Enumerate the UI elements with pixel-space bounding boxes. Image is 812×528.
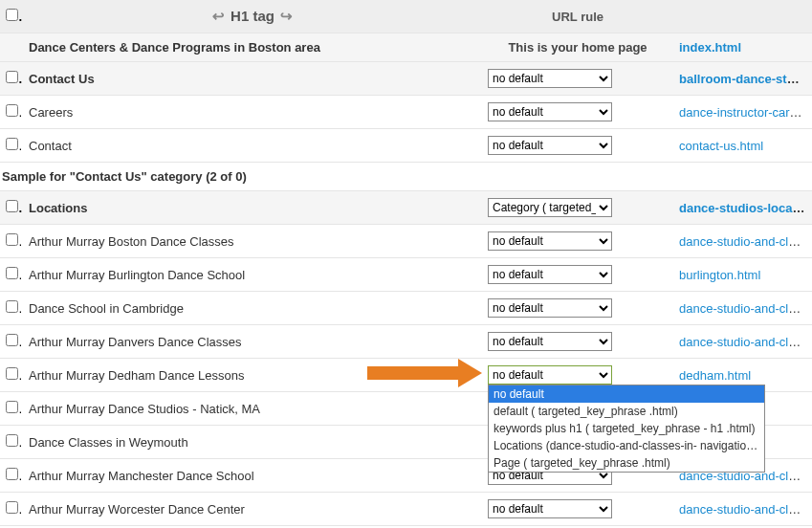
- url-link[interactable]: dance-studio-and-classes-in-worcester: [679, 502, 812, 517]
- page-title: Dance Classes in Weymouth: [29, 435, 188, 450]
- url-link[interactable]: ballroom-dance-studios-in-boston: [679, 72, 812, 86]
- url-rule-select[interactable]: no default: [488, 332, 612, 351]
- undo-icon[interactable]: ↩: [212, 8, 225, 24]
- dropdown-option[interactable]: default ( targeted_key_phrase .html): [489, 403, 764, 420]
- row-checkbox[interactable]: [6, 401, 18, 413]
- row-checkbox[interactable]: [6, 9, 18, 21]
- row-checkbox[interactable]: [6, 104, 18, 117]
- dropdown-option[interactable]: Locations (dance-studio-and-classes-in- …: [489, 437, 764, 454]
- url-rule-select[interactable]: no default: [488, 231, 612, 251]
- row-checkbox[interactable]: [6, 267, 18, 279]
- row-checkbox[interactable]: [6, 468, 18, 480]
- url-rule-select[interactable]: Category ( targeted_key_phrase .html): [488, 198, 612, 217]
- url-rule-select[interactable]: no default: [488, 365, 612, 385]
- url-rule-select[interactable]: no default: [488, 298, 612, 318]
- row-checkbox[interactable]: [6, 367, 18, 380]
- page-title: Dance School in Cambridge: [29, 301, 184, 316]
- pointer-arrow: [367, 359, 482, 387]
- row-checkbox[interactable]: [6, 233, 18, 246]
- url-link[interactable]: dedham.html: [679, 368, 751, 383]
- url-link[interactable]: dance-studio-and-classes-in-danvers: [679, 335, 812, 349]
- row-checkbox[interactable]: [6, 334, 18, 346]
- column-header-rule: URL rule: [552, 10, 604, 24]
- sample-label: Sample for "Contact Us" category (2 of 0…: [2, 169, 247, 184]
- dropdown-option[interactable]: no default: [489, 385, 764, 403]
- page-title: Arthur Murray Burlington Dance School: [29, 268, 245, 282]
- page-title: Contact: [29, 139, 72, 153]
- url-rule-dropdown-list[interactable]: no defaultdefault ( targeted_key_phrase …: [488, 385, 765, 473]
- page-title: Arthur Murray Boston Dance Classes: [29, 234, 234, 249]
- url-link[interactable]: dance-studio-and-classes-in-boston: [679, 234, 812, 249]
- url-rule-select[interactable]: no default: [488, 265, 612, 284]
- page-title: Careers: [29, 105, 73, 120]
- url-link[interactable]: dance-instructor-careers-in-boston: [679, 105, 812, 120]
- url-link[interactable]: dance-studios-locations-in-boston: [679, 201, 812, 215]
- category-title: Contact Us: [29, 72, 95, 86]
- url-rules-table: ↩H1 tag↪URL ruleDance Centers & Dance Pr…: [0, 0, 812, 528]
- page-title: Arthur Murray Dance Studios - Natick, MA: [29, 402, 260, 416]
- home-page-label: This is your home page: [508, 40, 647, 55]
- category-title: Locations: [29, 201, 87, 215]
- url-link[interactable]: contact-us.html: [679, 139, 763, 153]
- row-checkbox[interactable]: [6, 300, 18, 313]
- row-checkbox[interactable]: [6, 200, 18, 212]
- url-link[interactable]: burlington.html: [679, 268, 760, 282]
- url-rule-select[interactable]: no default: [488, 136, 612, 155]
- page-title: Arthur Murray Manchester Dance School: [29, 469, 254, 483]
- url-rule-select[interactable]: no default: [488, 499, 612, 518]
- page-title: Arthur Murray Dedham Dance Lessons: [29, 368, 244, 383]
- dropdown-option[interactable]: Page ( targeted_key_phrase .html): [489, 454, 764, 472]
- page-title: Arthur Murray Worcester Dance Center: [29, 502, 245, 517]
- row-checkbox[interactable]: [6, 71, 18, 83]
- redo-icon[interactable]: ↪: [280, 8, 293, 24]
- row-checkbox[interactable]: [6, 138, 18, 150]
- url-link[interactable]: dance-studio-and-classes-in-cambridge: [679, 301, 812, 316]
- column-header-h1: H1 tag: [230, 8, 274, 24]
- url-link[interactable]: index.html: [679, 40, 741, 55]
- row-checkbox[interactable]: [6, 434, 18, 447]
- page-title: Dance Centers & Dance Programs in Boston…: [29, 40, 320, 55]
- url-rule-select[interactable]: no default: [488, 102, 612, 121]
- row-checkbox[interactable]: [6, 501, 18, 514]
- url-rule-select[interactable]: no default: [488, 69, 612, 88]
- dropdown-option[interactable]: keywords plus h1 ( targeted_key_phrase -…: [489, 420, 764, 437]
- page-title: Arthur Murray Danvers Dance Classes: [29, 335, 242, 349]
